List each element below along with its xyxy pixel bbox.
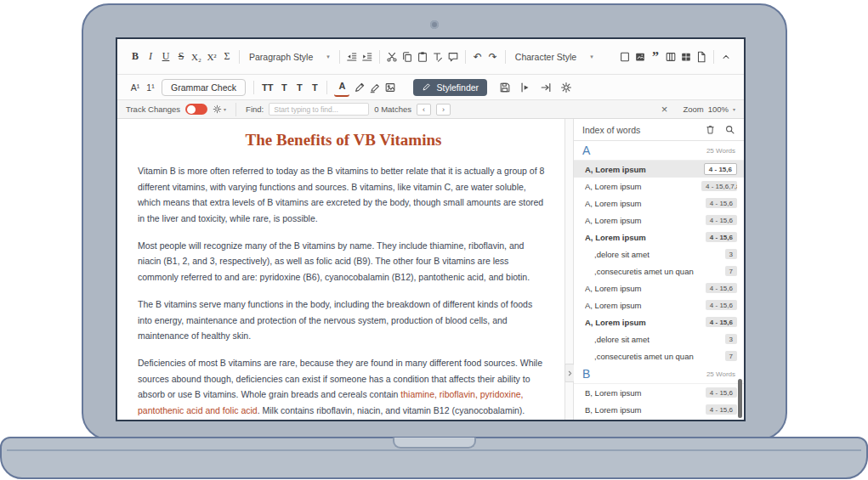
underline-button[interactable]: U [158, 48, 173, 66]
comment-button[interactable] [445, 48, 461, 66]
stylefinder-button[interactable]: Stylefinder [413, 79, 487, 96]
zoom-control[interactable]: Zoom 100% ▾ [683, 104, 735, 114]
undo-button[interactable]: ↶ [470, 48, 485, 66]
laptop-camera [430, 20, 439, 29]
find-label: Find: [246, 104, 264, 114]
indent-button[interactable] [360, 48, 375, 66]
settings-button[interactable] [559, 78, 574, 97]
chevron-down-icon: ▾ [733, 106, 735, 112]
paste-button[interactable] [415, 48, 430, 66]
quotation-button[interactable]: ” [648, 48, 663, 66]
insert-image-button[interactable] [383, 78, 398, 97]
index-word-row[interactable]: A, Lorem ipsum4 - 15,6,7,8 [574, 178, 744, 195]
occurrence-badge: 7 [725, 266, 737, 276]
character-style-dropdown[interactable]: Character Style ▾ [510, 52, 599, 62]
occurrence-badge: 4 - 15,6 [706, 198, 737, 208]
word-label: ,consecuretis amet un quan [594, 267, 694, 276]
outdent-button[interactable] [344, 48, 360, 66]
document-pane[interactable]: The Benefits of VB Vitamins Vitamin B is… [117, 119, 564, 420]
toolbar-separator [339, 50, 340, 64]
index-word-row[interactable]: A, Lorem ipsum4 - 15,6 [574, 212, 744, 229]
page-view-button[interactable] [617, 48, 633, 66]
superscript-button[interactable]: X² [204, 48, 219, 66]
bold-button[interactable]: B [128, 48, 143, 66]
index-word-row[interactable]: A, Lorem ipsum4 - 15,6 [574, 280, 744, 296]
index-sidebar: Index of words A25 WordsA, Lorem ipsum4 … [574, 119, 744, 420]
columns-view-button[interactable] [663, 48, 678, 66]
share-button[interactable] [538, 78, 553, 97]
index-word-row[interactable]: A, Lorem ipsum4 - 15,6 [574, 296, 744, 313]
screen: B I U S X₂ X² Σ Paragraph Style ▾ [116, 37, 746, 421]
sidebar-scrollbar-thumb[interactable] [738, 379, 742, 418]
index-word-row[interactable]: A, Lorem ipsum4 - 15,6 [574, 161, 744, 178]
pencil-icon [354, 82, 366, 93]
find-next-button[interactable]: › [436, 104, 451, 116]
endnote-button[interactable]: 1¹ [143, 78, 158, 97]
highlighter-button[interactable] [367, 78, 383, 97]
paragraph: Deficiencies of most B vitamins are rare… [138, 355, 549, 420]
index-word-row[interactable]: B, Lorem ipsum4 - 15,6 [574, 384, 744, 401]
search-icon [724, 124, 735, 135]
copy-button[interactable] [400, 48, 415, 66]
grid-icon [680, 51, 692, 63]
track-changes-settings-button[interactable]: ▾ [213, 104, 226, 114]
cut-button[interactable] [384, 48, 400, 66]
index-word-row[interactable]: A, Lorem ipsum4 - 15,6 [574, 229, 744, 246]
equation-button[interactable]: Σ [219, 48, 235, 66]
columns-icon [665, 51, 677, 63]
paragraph-style-dropdown[interactable]: Paragraph Style ▾ [244, 52, 335, 62]
font-color-button[interactable]: A [334, 78, 349, 97]
index-word-row[interactable]: ,consecuretis amet un quan7 [574, 263, 744, 280]
index-word-row[interactable]: ,delore sit amet3 [574, 330, 744, 347]
find-previous-button[interactable]: ‹ [417, 104, 431, 116]
lowercase-button[interactable]: T [307, 78, 322, 97]
scissors-icon [386, 51, 398, 63]
chevron-up-icon [721, 52, 731, 62]
collapse-toolbar-button[interactable] [718, 48, 734, 66]
section-word-count: 25 Words [706, 370, 735, 378]
save-button[interactable] [497, 78, 513, 97]
image-view-button[interactable] [633, 48, 648, 66]
index-word-row[interactable]: A, Lorem ipsum4 - 15,6 [574, 313, 744, 330]
clear-formatting-button[interactable] [430, 48, 445, 66]
uppercase-button[interactable]: T [276, 78, 292, 97]
document-view-button[interactable] [694, 48, 709, 66]
find-input[interactable] [269, 103, 369, 116]
paste-icon [417, 51, 428, 63]
word-label: A, Lorem ipsum [585, 301, 642, 310]
small-caps-button[interactable]: TT [258, 78, 276, 97]
subscript-button[interactable]: X₂ [189, 48, 204, 66]
italic-button[interactable]: I [143, 48, 158, 66]
export-button[interactable] [518, 78, 533, 97]
toolbar-separator [379, 50, 380, 64]
paragraph-text: Vitamin B is more often referred to toda… [138, 166, 544, 223]
track-changes-label: Track Changes [126, 104, 180, 114]
highlighter-icon [369, 82, 381, 93]
redo-button[interactable]: ↷ [485, 48, 501, 66]
word-label: A, Lorem ipsum [585, 233, 646, 242]
word-label: ,delore sit amet [594, 335, 650, 344]
strikethrough-button[interactable]: S [173, 48, 189, 66]
index-word-row[interactable]: A, Lorem ipsum4 - 15,6 [574, 195, 744, 212]
close-find-button[interactable]: × [658, 103, 672, 116]
sidebar-title: Index of words [582, 125, 696, 135]
toolbar-separator [235, 103, 236, 116]
index-word-row[interactable]: ,consecuretis amet un quan7 [574, 347, 744, 364]
delete-index-button[interactable] [705, 124, 716, 135]
stylefinder-label: Stylefinder [436, 82, 479, 93]
section-letter: B [582, 367, 590, 381]
clear-formatting-icon [432, 51, 444, 63]
save-icon [499, 82, 511, 93]
occurrence-badge: 4 - 15,6 [704, 163, 737, 175]
comment-icon [447, 51, 459, 63]
index-word-row[interactable]: ,delore sit amet3 [574, 246, 744, 263]
title-case-button[interactable]: T [292, 78, 307, 97]
grid-view-button[interactable] [678, 48, 694, 66]
word-label: A, Lorem ipsum [585, 284, 642, 293]
pen-button[interactable] [352, 78, 367, 97]
search-index-button[interactable] [724, 124, 735, 135]
grammar-check-button[interactable]: Grammar Check [162, 79, 246, 96]
index-word-row[interactable]: B, Lorem ipsum4 - 15,6 [574, 401, 744, 418]
track-changes-toggle[interactable] [185, 104, 207, 115]
footnote-button[interactable]: A¹ [128, 78, 143, 97]
